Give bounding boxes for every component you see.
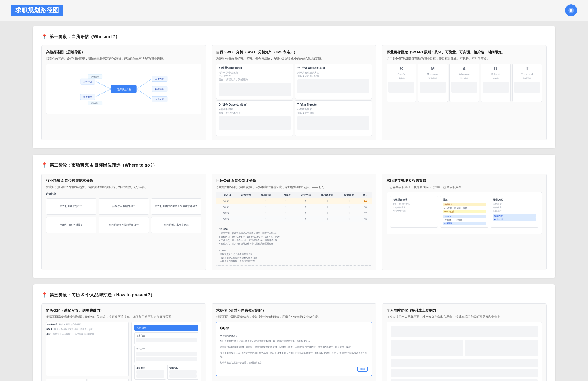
svg-text:工作环境: 工作环境 [83,81,92,83]
channel-info-cell: 渠道 招聘平台 Boss直聘、拉勾网、猎聘 BOSS直聘 LinkedIn 社交… [440,196,488,228]
swot-module: 自我 SWOT 分析（SWOT 分析矩阵（4×4 表格）） 系统地分析自身优势、… [212,45,376,140]
svg-text:技能特长: 技能特长 [155,88,164,90]
phase3-pin: 📍 [41,292,47,298]
interest-module: 兴趣探索图（思维导图） 探索你的兴趣、爱好和价值观，明确自己最感兴趣的领域，帮助… [41,45,206,140]
channel-info-cell: 投递方式 在线申请邮件投递内推推荐 校友内推 行业社群 [491,196,538,228]
svg-line-3 [96,81,111,89]
top-bar: 求职规划路径图 [0,0,588,21]
table-row: A公司11111124 [216,198,372,204]
smart-module: 职业目标设定（SMART原则：具体、可衡量、可实现、相关性、时间限定） 运用SM… [382,45,547,140]
table-row: D公司11111115 [216,216,372,222]
channel-module: 求职渠道整理 & 投递策略 汇总各类求职渠道，制定精准的投递策略，提高求职效率。… [382,174,547,270]
industry-module: 行业趋势 & 岗位技能需求分析 深度研究目标行业的发展趋势、岗位需求和所需技能，… [41,174,206,270]
svg-text:薪资期望: 薪资期望 [83,96,92,98]
svg-text:兴趣爱好: 兴趣爱好 [91,75,99,78]
phase1-title: 第一阶段：自我评估（Who am I?） [50,34,120,40]
phase2-title: 第二阶段：市场研究 & 目标岗位筛选（Where to go?） [50,162,157,168]
phase1-pin: 📍 [41,34,47,40]
phase2-section: 📍 第二阶段：市场研究 & 目标岗位筛选（Where to go?） 行业趋势 … [33,155,555,278]
table-row: B公司11111118 [216,204,372,210]
phase3-title: 第三阶段：简历 & 个人品牌打造（How to present?） [50,292,155,298]
cover-letter-module: 求职信（针对不同岗位定制化） 根据不同公司和岗位特点，定制个性化的求职信，展示专… [212,303,376,381]
phase2-pin: 📍 [41,162,47,168]
svg-text:价值观念: 价值观念 [91,102,99,104]
svg-line-9 [137,79,152,89]
phase1-section: 📍 第一阶段：自我评估（Who am I?） 兴趣探索图（思维导图） 探索你的兴… [33,26,555,148]
table-row: C公司11111117 [216,210,372,216]
logo-circle [565,4,577,16]
page-title: 求职规划路径图 [11,5,63,16]
channel-info-cell: 求职渠道整理 汇总主流招聘平台社交媒体渠道内推网络资源 [390,196,438,228]
svg-text:发展前景: 发展前景 [155,98,164,101]
phase3-section: 📍 第三阶段：简历 & 个人品牌打造（How to present?） 简历优化… [33,284,555,381]
svg-line-6 [96,89,111,97]
comparison-module: 目标公司 & 岗位对比分析 系统地对比不同公司和岗位，从多维度评估适合度，帮助做… [212,174,376,270]
website-module: 个人网站优化（提升线上影响力） 打造专业的个人品牌页面、社交媒体形象和作品集，提… [382,303,547,381]
resume-module: 简历优化（适配 ATS、调整关键词） 根据不同岗位需求定制简历，优化ATS关键词… [41,303,206,381]
svg-line-15 [137,89,152,99]
svg-text:我的职业兴趣: 我的职业兴趣 [117,88,131,91]
svg-text:工作内容: 工作内容 [155,78,164,80]
